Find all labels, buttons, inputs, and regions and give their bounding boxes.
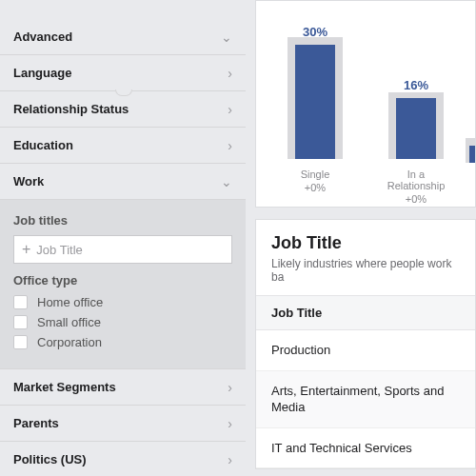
bar-primary [396,98,436,159]
checkbox-box[interactable] [13,315,28,329]
sidebar-item-label: Parents [13,416,59,430]
job-title-card: Job Title Likely industries where people… [255,219,476,469]
sidebar-item-label: Advanced [13,30,72,44]
job-title-input[interactable] [36,243,224,257]
job-titles-header: Job titles [13,213,232,228]
work-panel: Job titles + Office type Home office Sma… [0,200,246,369]
card-subtitle: Likely industries where people work ba [271,257,460,284]
x-label: In a Relationship +0% [378,169,454,205]
bar-relationship: 16% [378,78,454,159]
sidebar-item-label: Education [13,138,73,152]
checkbox-label: Corporation [37,335,102,349]
table-row[interactable]: Production [256,330,475,371]
chevron-right-icon: › [228,102,232,117]
bar-value-label: 16% [404,78,428,92]
table-column-header[interactable]: Job Title [256,295,475,330]
sidebar-item-parents[interactable]: Parents › [0,406,246,442]
card-title: Job Title [271,233,460,253]
office-type-header: Office type [13,273,232,288]
chart-area: 30% 16% [268,16,464,159]
sidebar-item-language[interactable]: Language › [0,55,246,91]
table-row[interactable]: IT and Technical Services [256,428,475,469]
sidebar-item-relationship[interactable]: Relationship Status › [0,91,246,128]
checkbox-label: Home office [37,295,103,309]
x-label: Single +0% [277,169,353,205]
sidebar-item-work[interactable]: Work ⌄ [0,164,246,200]
sidebar-item-market-segments[interactable]: Market Segments › [0,369,246,406]
checkbox-small-office[interactable]: Small office [13,315,232,329]
job-title-input-wrap[interactable]: + [13,235,232,264]
checkbox-corporation[interactable]: Corporation [13,335,232,349]
chevron-right-icon: › [228,416,232,431]
sidebar-item-label: Relationship Status [13,102,129,116]
chevron-down-icon: ⌄ [221,174,232,189]
table-row[interactable]: Arts, Entertainment, Sports and Media [256,371,475,428]
chevron-right-icon: › [228,66,232,81]
sidebar-item-label: Politics (US) [13,452,87,466]
checkbox-home-office[interactable]: Home office [13,295,232,309]
main-content: 30% 16% Single +0% In a Relationship [255,0,476,476]
sidebar-item-politics[interactable]: Politics (US) › [0,442,246,476]
sidebar-item-label: Work [13,174,44,188]
card-header: Job Title Likely industries where people… [256,220,475,295]
chevron-right-icon: › [228,452,232,467]
bar-single: 30% [277,25,353,159]
sidebar-item-advanced[interactable]: Advanced ⌄ [0,19,246,55]
checkbox-box[interactable] [13,295,28,309]
sidebar-item-education[interactable]: Education › [0,128,246,164]
chevron-down-icon: ⌄ [221,30,232,45]
checkbox-label: Small office [37,315,101,329]
plus-icon: + [22,241,30,258]
checkbox-box[interactable] [13,335,28,349]
chevron-right-icon: › [228,380,232,395]
chevron-right-icon: › [228,138,232,153]
sidebar-item-label: Market Segments [13,380,116,394]
sidebar-item-label: Language [13,66,71,80]
bar-primary [295,45,335,159]
sidebar: Advanced ⌄ Language › Relationship Statu… [0,0,246,476]
chart-x-labels: Single +0% In a Relationship +0% [268,169,464,205]
relationship-chart: 30% 16% Single +0% In a Relationship [255,0,476,208]
